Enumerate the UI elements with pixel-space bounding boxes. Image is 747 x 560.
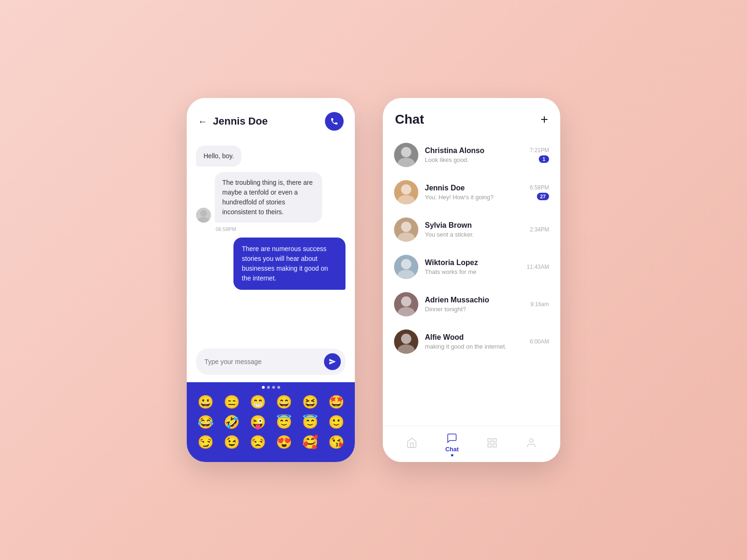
dot-4	[277, 386, 280, 389]
contact-time-adrien: 9:16am	[530, 301, 549, 308]
contact-time-christina: 7:21PM	[530, 147, 549, 154]
emoji-15[interactable]: 😒	[250, 434, 266, 450]
contact-meta-christina: 7:21PM 1	[530, 147, 549, 163]
emoji-8[interactable]: 🤣	[224, 414, 240, 430]
contacts-list: Christina Alonso Look likes good. 7:21PM…	[383, 136, 560, 426]
emoji-row-2: 😂 🤣 😜 😇 😇 🙂	[192, 414, 349, 430]
avatar-christina	[394, 143, 418, 167]
svg-point-1	[198, 217, 209, 223]
bubble-sent-1: There are numerous success stories you w…	[233, 238, 345, 290]
contact-meta-adrien: 9:16am	[530, 301, 549, 308]
send-button[interactable]	[324, 353, 341, 370]
bottom-nav: Chat	[383, 426, 560, 462]
contact-time-jennis: 6:58PM	[530, 184, 549, 191]
contact-time-sylvia: 2:34PM	[530, 226, 549, 233]
svg-point-18	[529, 439, 533, 442]
avatar-wiktoria	[394, 255, 418, 279]
svg-rect-17	[493, 444, 496, 447]
badge-christina: 1	[539, 155, 549, 163]
svg-rect-16	[488, 444, 491, 447]
contact-name-header: Jennis Doe	[213, 115, 268, 127]
contact-meta-sylvia: 2:34PM	[530, 226, 549, 233]
svg-point-9	[398, 270, 415, 279]
nav-apps[interactable]	[486, 437, 498, 448]
contact-meta-jennis: 6:58PM 27	[530, 184, 549, 200]
emoji-12[interactable]: 🙂	[328, 414, 345, 430]
message-sent-1: There are numerous success stories you w…	[196, 238, 345, 290]
contact-name-adrien: Adrien Mussachio	[425, 296, 524, 304]
dot-2	[267, 386, 270, 389]
chat-list-phone: Chat + Christina Alonso Look likes good.…	[383, 98, 560, 462]
emoji-17[interactable]: 🥰	[302, 434, 318, 450]
message-input[interactable]	[204, 358, 320, 365]
svg-rect-14	[488, 439, 491, 442]
emoji-3[interactable]: 😁	[250, 394, 266, 410]
svg-point-3	[398, 158, 415, 167]
contact-item-sylvia[interactable]: Sylvia Brown You sent a sticker. 2:34PM	[390, 211, 553, 248]
contact-preview-wiktoria: Thats works for me	[425, 268, 520, 275]
nav-profile[interactable]	[526, 437, 537, 448]
badge-jennis: 27	[537, 193, 549, 200]
svg-point-6	[401, 222, 411, 232]
svg-point-11	[398, 307, 415, 316]
emoji-4[interactable]: 😄	[276, 394, 292, 410]
emoji-6[interactable]: 🤩	[328, 394, 345, 410]
svg-point-2	[401, 147, 411, 157]
chat-list-header: Chat +	[383, 98, 560, 136]
emoji-10[interactable]: 😇	[276, 414, 292, 430]
contact-meta-alfie: 6:00AM	[530, 338, 549, 345]
svg-point-7	[398, 232, 415, 242]
nav-home[interactable]	[406, 437, 417, 448]
svg-point-4	[401, 184, 411, 195]
contact-meta-wiktoria: 11:43AM	[527, 264, 549, 270]
svg-point-0	[200, 210, 207, 217]
contact-name-wiktoria: Wiktoria Lopez	[425, 259, 520, 267]
contact-item-alfie[interactable]: Alfie Wood making it good on the interne…	[390, 323, 553, 360]
contact-name-alfie: Alfie Wood	[425, 333, 523, 342]
contact-item-wiktoria[interactable]: Wiktoria Lopez Thats works for me 11:43A…	[390, 248, 553, 286]
emoji-1[interactable]: 😀	[197, 394, 214, 410]
avatar-adrien	[394, 292, 418, 316]
message-time: 06:58PM	[216, 226, 345, 232]
contact-time-alfie: 6:00AM	[530, 338, 549, 345]
keyboard-indicator	[192, 386, 349, 389]
contact-item-jennis[interactable]: Jennis Doe You: Hey! How's it going? 6:5…	[390, 174, 553, 211]
emoji-16[interactable]: 😍	[276, 434, 292, 450]
contact-name-jennis: Jennis Doe	[425, 184, 523, 192]
emoji-2[interactable]: 😑	[224, 394, 240, 410]
nav-chat-label: Chat	[445, 446, 459, 453]
nav-active-dot	[451, 454, 453, 456]
emoji-11[interactable]: 😇	[302, 414, 318, 430]
contact-preview-sylvia: You sent a sticker.	[425, 231, 523, 238]
emoji-14[interactable]: 😉	[224, 434, 240, 450]
emoji-18[interactable]: 😘	[328, 434, 345, 450]
contact-info-wiktoria: Wiktoria Lopez Thats works for me	[425, 259, 520, 275]
dot-3	[272, 386, 275, 389]
emoji-13[interactable]: 😏	[197, 434, 214, 450]
dot-1	[262, 386, 265, 389]
nav-chat[interactable]: Chat	[445, 433, 459, 453]
contact-preview-alfie: making it good on the internet.	[425, 343, 523, 350]
message-group-received: The troubling thing is, there are maybe …	[196, 172, 345, 232]
add-chat-button[interactable]: +	[541, 112, 548, 127]
bubble-1: Hello, boy.	[196, 146, 241, 167]
contact-name-sylvia: Sylvia Brown	[425, 221, 523, 230]
svg-point-8	[401, 259, 411, 269]
emoji-9[interactable]: 😜	[250, 414, 266, 430]
svg-rect-15	[493, 439, 496, 442]
chat-header: ← Jennis Doe	[187, 98, 355, 138]
message-input-row	[196, 349, 345, 375]
message-received-2: The troubling thing is, there are maybe …	[196, 172, 345, 223]
emoji-7[interactable]: 😂	[197, 414, 214, 430]
contact-item-adrien[interactable]: Adrien Mussachio Dinner tonight? 9:16am	[390, 286, 553, 323]
avatar-jennis	[394, 180, 418, 204]
emoji-5[interactable]: 😆	[302, 394, 318, 410]
emoji-row-1: 😀 😑 😁 😄 😆 🤩	[192, 394, 349, 410]
contact-preview-christina: Look likes good.	[425, 156, 523, 163]
back-button[interactable]: ←	[198, 116, 207, 127]
contact-item-christina[interactable]: Christina Alonso Look likes good. 7:21PM…	[390, 136, 553, 174]
call-button[interactable]	[325, 112, 344, 131]
contact-info-alfie: Alfie Wood making it good on the interne…	[425, 333, 523, 350]
header-left: ← Jennis Doe	[198, 115, 268, 127]
svg-point-10	[401, 296, 411, 307]
